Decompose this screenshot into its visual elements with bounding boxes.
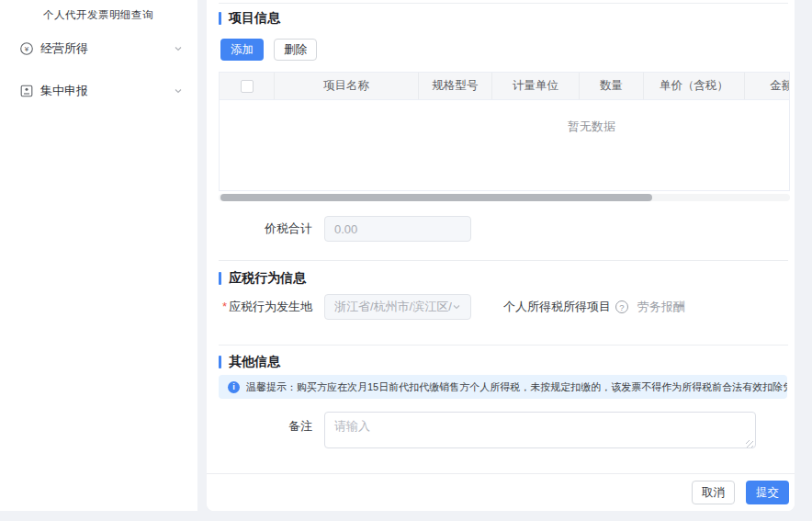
sidebar-item-personal-invoice-detail-query[interactable]: 个人代开发票明细查询	[0, 0, 197, 22]
yen-circle-icon: ¥	[19, 41, 34, 56]
remark-label: 备注	[219, 418, 312, 435]
resize-handle-icon[interactable]	[746, 440, 753, 447]
section-divider	[219, 260, 788, 261]
chevron-down-icon	[452, 302, 461, 311]
section-bar	[219, 12, 221, 25]
taxable-location-label: *应税行为发生地	[219, 299, 312, 315]
section-header-other-info: 其他信息	[219, 354, 280, 370]
section-title: 其他信息	[229, 354, 280, 370]
income-tax-item-label: 个人所得税所得项目	[503, 299, 611, 315]
remark-textarea[interactable]	[324, 412, 756, 448]
horizontal-scrollbar-thumb[interactable]	[220, 194, 652, 201]
section-title: 应税行为信息	[229, 270, 306, 287]
sidebar-item-label: 集中申报	[40, 83, 174, 99]
total-amount-label: 价税合计	[219, 221, 312, 237]
sidebar: 个人代开发票明细查询 ¥ 经营所得 集中申报	[0, 0, 197, 511]
main-panel: 项目信息 添加 删除 项目名称 规格型号 计量单位 数量 单价（含税） 金额（含…	[207, 0, 795, 511]
warm-tip-text: 温馨提示：购买方应在次月15日前代扣代缴销售方个人所得税，未按规定扣缴的，该发票…	[246, 380, 787, 394]
required-asterisk: *	[222, 300, 227, 313]
items-table: 项目名称 规格型号 计量单位 数量 单价（含税） 金额（含税） 暂无数据	[219, 72, 790, 191]
delete-button[interactable]: 删除	[274, 39, 317, 61]
chevron-down-icon	[174, 44, 183, 53]
info-icon: i	[228, 381, 240, 393]
warm-tip-banner: i 温馨提示：购买方应在次月15日前代扣代缴销售方个人所得税，未按规定扣缴的，该…	[219, 375, 787, 399]
income-tax-item-value: 劳务报酬	[637, 299, 685, 315]
table-header-amount-tax-incl: 金额（含税）	[745, 73, 790, 99]
table-empty-text: 暂无数据	[220, 100, 790, 135]
top-divider	[219, 3, 788, 4]
table-header-unit: 计量单位	[492, 73, 580, 99]
section-bar	[219, 272, 221, 285]
chevron-down-icon	[174, 86, 183, 96]
svg-text:¥: ¥	[24, 45, 29, 53]
sidebar-item-centralized-declaration[interactable]: 集中申报	[0, 76, 197, 106]
section-title: 项目信息	[229, 10, 280, 27]
table-body: 暂无数据	[220, 100, 790, 190]
select-all-checkbox[interactable]	[241, 80, 254, 93]
section-header-project-info: 项目信息	[219, 10, 280, 27]
table-header-item-name: 项目名称	[275, 73, 419, 99]
table-header-spec-model: 规格型号	[419, 73, 492, 99]
form-footer: 取消 提交	[207, 473, 795, 511]
table-header-row: 项目名称 规格型号 计量单位 数量 单价（含税） 金额（含税）	[220, 73, 790, 100]
horizontal-scrollbar-track	[219, 194, 790, 201]
cancel-button[interactable]: 取消	[692, 481, 735, 504]
total-amount-input	[324, 216, 471, 242]
table-header-quantity: 数量	[580, 73, 644, 99]
help-icon[interactable]: ?	[615, 300, 628, 313]
table-header-checkbox-cell	[220, 73, 275, 99]
section-bar	[219, 356, 221, 368]
sidebar-item-label: 经营所得	[40, 40, 174, 57]
section-header-taxable-behavior: 应税行为信息	[219, 270, 306, 287]
sidebar-item-business-income[interactable]: ¥ 经营所得	[0, 34, 197, 63]
add-button[interactable]: 添加	[220, 39, 264, 61]
section-divider	[219, 345, 788, 345]
table-header-unit-price-tax-incl: 单价（含税）	[644, 73, 745, 99]
taxable-location-select: 浙江省/杭州市/滨江区/...	[324, 294, 471, 320]
submit-button[interactable]: 提交	[746, 481, 789, 504]
declare-doc-icon	[19, 84, 34, 98]
